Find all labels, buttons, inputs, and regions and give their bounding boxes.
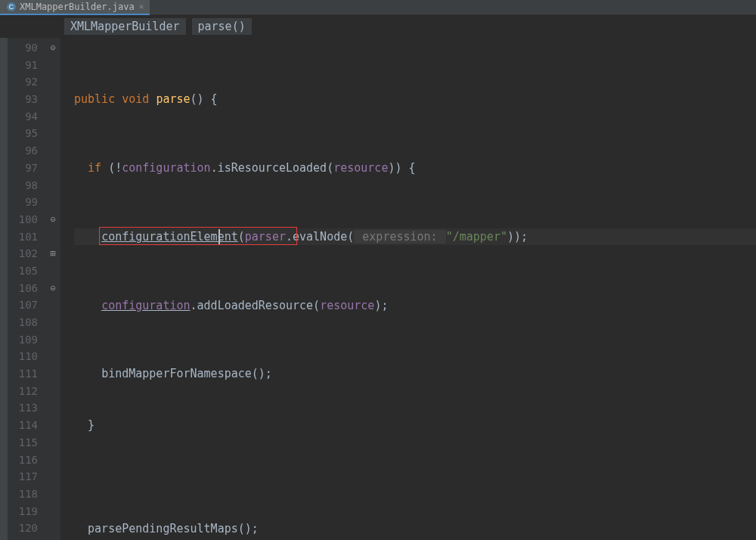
string: "/mapper" xyxy=(446,230,507,244)
field: configuration xyxy=(122,161,210,175)
line-number: 115 xyxy=(8,434,38,452)
line-number: 95 xyxy=(8,125,38,142)
code-area[interactable]: public void parse() { if (!configuration… xyxy=(60,38,756,540)
line-number: 110 xyxy=(8,348,38,365)
fold-toggle-icon[interactable]: ⊞ xyxy=(48,245,57,262)
line-number: 98 xyxy=(8,177,38,194)
line-number: 114 xyxy=(8,417,38,434)
code-text: ( xyxy=(238,230,245,244)
code-text: .addLoadedResource( xyxy=(191,299,321,312)
code-text: .isResourceLoaded( xyxy=(211,161,334,175)
tab-filename: XMLMapperBuilder.java xyxy=(20,2,135,12)
line-number: 90 xyxy=(8,39,38,57)
line-number: 112 xyxy=(8,383,38,400)
tab-bar: C XMLMapperBuilder.java ✕ xyxy=(0,0,756,15)
line-number: 109 xyxy=(8,331,38,349)
line-number: 119 xyxy=(8,503,38,520)
method-call: configurationElement xyxy=(101,230,238,244)
line-number: 96 xyxy=(8,142,38,160)
line-number: 105 xyxy=(8,262,38,280)
code-text: )); xyxy=(507,230,528,244)
bookmark-gutter xyxy=(0,38,8,540)
param-hint: expression: xyxy=(354,230,445,244)
breadcrumb-method[interactable]: parse() xyxy=(192,18,252,35)
svg-text:C: C xyxy=(9,3,14,11)
line-number-gutter: 90919293949596979899100101102105106@1071… xyxy=(8,38,45,540)
line-number: 107 xyxy=(8,296,38,314)
field: resource xyxy=(333,161,388,175)
line-number: 111 xyxy=(8,365,38,383)
line-number: 91 xyxy=(8,57,38,74)
line-number: 116 xyxy=(8,452,38,469)
fold-toggle-icon[interactable]: ⊖ xyxy=(48,211,57,228)
line-number: 102 xyxy=(8,245,38,262)
file-tab[interactable]: C XMLMapperBuilder.java ✕ xyxy=(0,0,150,15)
code-text: ); xyxy=(374,299,388,312)
breadcrumb: XMLMapperBuilder parse() xyxy=(0,15,756,38)
line-number: 117 xyxy=(8,468,38,486)
code-text: (! xyxy=(101,161,122,175)
line-number: 106 xyxy=(8,280,38,297)
line-number: 94 xyxy=(8,108,38,126)
line-number: 118 xyxy=(8,486,38,503)
line-number: 92 xyxy=(8,73,38,91)
breadcrumb-class[interactable]: XMLMapperBuilder xyxy=(64,18,186,35)
field: configuration xyxy=(101,299,190,312)
line-number: 101 xyxy=(8,228,38,246)
fold-toggle-icon[interactable]: ⊖ xyxy=(48,280,57,297)
keyword: void xyxy=(122,92,149,106)
fold-toggle-icon[interactable]: ⊖ xyxy=(48,39,57,57)
method-name: parse xyxy=(156,92,190,106)
code-text: )) { xyxy=(388,161,415,175)
field: parser xyxy=(245,230,286,244)
line-number: 93 xyxy=(8,91,38,108)
code-text: () { xyxy=(191,92,218,106)
keyword: if xyxy=(88,161,101,175)
code-text: .evalNode( xyxy=(286,230,354,244)
editor: 90919293949596979899100101102105106@1071… xyxy=(0,38,756,540)
keyword: public xyxy=(74,92,115,106)
line-number: 99 xyxy=(8,194,38,211)
line-number: 108 xyxy=(8,314,38,331)
line-number: 113 xyxy=(8,399,38,417)
code-text: } xyxy=(88,418,94,432)
code-text: bindMapperForNamespace(); xyxy=(101,367,272,380)
java-class-icon: C xyxy=(6,2,17,12)
close-icon[interactable]: ✕ xyxy=(139,2,144,11)
text-cursor xyxy=(218,229,220,244)
line-number: 100 xyxy=(8,211,38,228)
line-number: 97 xyxy=(8,160,38,177)
field: resource xyxy=(320,299,374,312)
code-text: parsePendingResultMaps(); xyxy=(88,522,259,535)
line-number: 120 xyxy=(8,520,38,537)
fold-gutter: ⊖⊖⊞⊖ xyxy=(45,38,60,540)
